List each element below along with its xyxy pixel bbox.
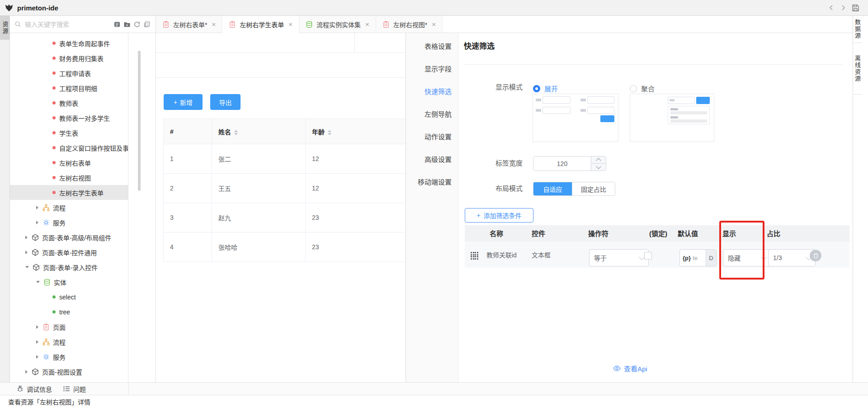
chevron-down-icon <box>639 254 645 260</box>
sort-icon[interactable] <box>234 130 238 135</box>
filter-header-control: 控件 <box>532 225 545 242</box>
tree-item[interactable]: 自定义窗口操作按钮及事件 <box>10 140 128 155</box>
chevron-right-icon[interactable] <box>36 221 38 224</box>
tree-item[interactable]: 服务 <box>10 349 128 364</box>
radio-on-icon[interactable] <box>533 85 540 92</box>
menu-item-quick-filter[interactable]: 快速筛选 <box>406 81 458 103</box>
menu-item-table-settings[interactable]: 表格设置 <box>406 35 458 58</box>
segment-fixed-ratio[interactable]: 固定占比 <box>572 182 615 195</box>
tree-item[interactable]: 页面 <box>10 319 128 334</box>
tree-scrollbar[interactable] <box>138 51 141 191</box>
tree-item[interactable]: 页面-表单-控件通用 <box>10 245 128 260</box>
tree-item[interactable]: 页面-表单-录入控件 <box>10 260 128 275</box>
default-value-input[interactable]: {p} te D <box>679 249 717 266</box>
tree-item[interactable]: 服务 <box>10 215 128 230</box>
locate-file-icon[interactable] <box>113 21 121 28</box>
refresh-icon[interactable] <box>133 21 141 28</box>
tab-close-icon[interactable]: × <box>288 21 292 28</box>
drag-handle[interactable] <box>471 252 478 260</box>
display-select[interactable]: 隐藏 <box>723 249 771 266</box>
tab-form-2-active[interactable]: 左树右学生表单 × <box>222 16 299 33</box>
tree-item-selected[interactable]: 左树右学生表单 <box>10 185 128 200</box>
chevron-down-icon[interactable] <box>36 281 40 283</box>
new-folder-icon[interactable] <box>123 21 131 28</box>
history-forward-icon[interactable] <box>840 4 847 11</box>
search-input[interactable] <box>24 20 112 28</box>
chevron-right-icon[interactable] <box>36 206 38 209</box>
menu-item-actions[interactable]: 动作设置 <box>406 126 458 148</box>
view-api-link[interactable]: 查看Api <box>613 364 647 373</box>
tree-item[interactable]: select <box>10 289 128 304</box>
table-row[interactable]: 3赵九23 <box>164 203 406 232</box>
chevron-right-icon[interactable] <box>25 251 28 254</box>
status-text: 查看资源「左树右视图」详情 <box>8 397 90 406</box>
tree-item[interactable]: 学生表 <box>10 125 128 140</box>
gear-icon <box>42 219 50 226</box>
label-width-input[interactable] <box>533 157 591 171</box>
chevron-down-icon[interactable] <box>25 266 29 268</box>
column-header-age[interactable]: 年龄 <box>306 119 406 144</box>
chevron-right-icon[interactable] <box>25 370 28 374</box>
menu-item-left-nav[interactable]: 左侧导航 <box>406 103 458 126</box>
locked-checkbox[interactable] <box>644 252 652 260</box>
menu-item-advanced[interactable]: 高级设置 <box>406 148 458 171</box>
operator-select[interactable]: 等于 <box>589 249 649 266</box>
tree-item[interactable]: 左树右视图 <box>10 170 128 185</box>
radio-aggregate[interactable]: 聚合 <box>630 84 655 93</box>
menu-item-display-fields[interactable]: 显示字段 <box>406 58 458 81</box>
tree-item[interactable]: 流程 <box>10 200 128 215</box>
preview-data-table: # 姓名 年龄 1张二12 2王五12 3赵九23 4张哈哈23 <box>163 119 406 262</box>
rail-tab-datasource[interactable]: 数据源 <box>853 16 862 43</box>
tree-item[interactable]: 页面-视图设置 <box>10 364 128 379</box>
chevron-right-icon[interactable] <box>25 236 28 239</box>
tree-item[interactable]: tree <box>10 304 128 319</box>
chevron-right-icon[interactable] <box>36 355 38 359</box>
chevron-right-icon[interactable] <box>36 340 38 344</box>
tab-entity-set[interactable]: 流程实例实体集 × <box>299 16 376 33</box>
tree-item[interactable]: 页面-表单-高级/布局组件 <box>10 230 128 245</box>
history-back-icon[interactable] <box>828 4 835 11</box>
tree-item[interactable]: 教师表一对多学生 <box>10 110 128 125</box>
tab-close-icon[interactable]: × <box>212 21 216 28</box>
rail-tab-resources[interactable]: 资源 <box>0 16 10 40</box>
tab-close-icon[interactable]: × <box>432 21 436 28</box>
problems-button[interactable]: 问题 <box>63 384 86 394</box>
table-row[interactable]: 1张二12 <box>164 144 406 174</box>
tree-item[interactable]: 工程项目明细 <box>10 81 128 95</box>
stepper-up-button[interactable] <box>591 157 606 164</box>
segment-adaptive[interactable]: 自适应 <box>533 182 572 195</box>
add-row-button[interactable]: + 新增 <box>164 94 203 110</box>
tree-item[interactable]: 教师表 <box>10 95 128 110</box>
tree-item[interactable]: 表单生命周起事件 <box>10 36 128 51</box>
radio-off-icon[interactable] <box>630 85 637 92</box>
ratio-select[interactable]: 1/3 <box>768 249 816 266</box>
column-header-name[interactable]: 姓名 <box>212 119 306 144</box>
tree-item[interactable]: 实体 <box>10 275 128 289</box>
chevron-right-icon[interactable] <box>36 325 38 329</box>
collapse-all-icon[interactable] <box>143 21 151 28</box>
export-button[interactable]: 导出 <box>210 94 241 110</box>
default-type-tag[interactable]: D <box>706 250 716 266</box>
sort-icon[interactable] <box>328 130 331 135</box>
add-filter-button[interactable]: + 添加筛选条件 <box>465 208 533 223</box>
radio-expand[interactable]: 展开 <box>533 84 558 93</box>
tree-item[interactable]: 左树右表单 <box>10 155 128 170</box>
tree-item[interactable]: 财务费用归集表 <box>10 51 128 66</box>
menu-item-mobile[interactable]: 移动端设置 <box>406 171 458 194</box>
debug-info-button[interactable]: 调试信息 <box>16 384 52 394</box>
tab-form-1[interactable]: 左树右表单* × <box>156 16 222 33</box>
tab-close-icon[interactable]: × <box>365 21 369 28</box>
table-row[interactable]: 2王五12 <box>164 174 406 203</box>
cell-age: 12 <box>306 174 406 203</box>
save-icon[interactable] <box>851 4 860 12</box>
tree-item[interactable]: 工程申请表 <box>10 66 128 81</box>
red-dot-icon <box>52 191 56 194</box>
table-row[interactable]: 4张哈哈23 <box>164 232 406 262</box>
rail-tab-offline-resources[interactable]: 离线资源 <box>853 43 862 95</box>
stepper-down-button[interactable] <box>591 164 606 171</box>
section-divider <box>156 77 406 78</box>
tree-item[interactable]: 流程 <box>10 334 128 349</box>
tab-view[interactable]: 左树右视图* × <box>376 16 443 33</box>
delete-filter-button[interactable] <box>810 250 821 261</box>
list-icon <box>63 385 71 393</box>
